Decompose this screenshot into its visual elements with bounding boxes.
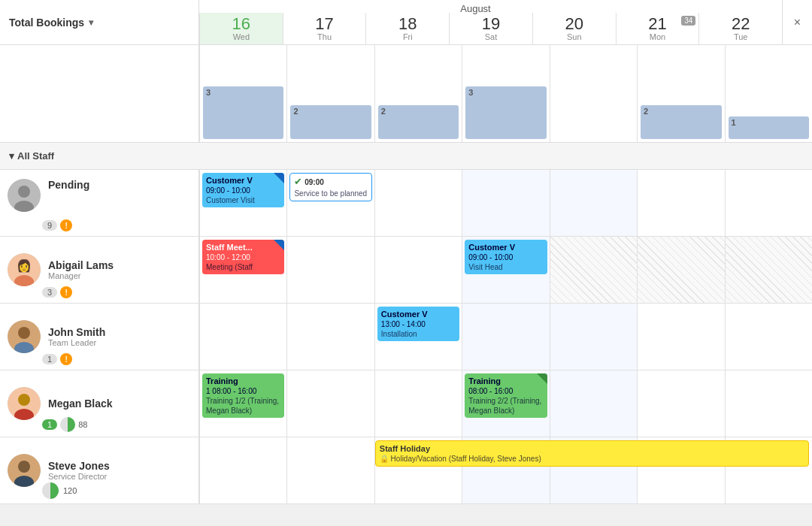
cell-megan-3[interactable]: Training 08:00 - 16:00 Training 2/2 (Tra… bbox=[462, 370, 549, 437]
cell-john-4[interactable] bbox=[550, 304, 637, 370]
cell-steve-1[interactable] bbox=[286, 437, 374, 503]
badge-count: 1 bbox=[42, 354, 57, 364]
event-corner-icon bbox=[537, 373, 547, 384]
cell-pending-2[interactable] bbox=[374, 170, 462, 236]
event-corner-icon bbox=[274, 240, 284, 250]
staff-row-pending: Pending 9 ! Customer V 09:00 - 10:00 Cus… bbox=[0, 170, 812, 237]
cell-john-3[interactable] bbox=[462, 304, 549, 370]
cell-abigail-5[interactable] bbox=[637, 237, 724, 303]
day-header-17[interactable]: 17Thu bbox=[283, 13, 366, 44]
event-abigail-0[interactable]: Staff Meet... 10:00 - 12:00 Meeting (Sta… bbox=[202, 240, 284, 274]
cell-steve-2[interactable]: Staff Holiday 🔒 Holiday/Vacation (Staff … bbox=[374, 437, 462, 503]
collapse-icon[interactable]: ▾ bbox=[9, 150, 14, 162]
calendar-cells: Customer V 09:00 - 10:00 Customer Visit … bbox=[199, 170, 812, 236]
summary-bar[interactable]: 2 bbox=[378, 105, 459, 139]
badge-warn-icon: ! bbox=[60, 286, 72, 298]
cell-abigail-4[interactable] bbox=[550, 237, 637, 303]
event-steve-2[interactable]: Staff Holiday 🔒 Holiday/Vacation (Staff … bbox=[375, 440, 809, 467]
cell-abigail-1[interactable] bbox=[286, 237, 374, 303]
cell-megan-4[interactable] bbox=[550, 370, 637, 437]
badge-count: 9 bbox=[42, 220, 57, 231]
staff-row-john: John Smith Team Leader 1 ! Customer V 13… bbox=[0, 304, 812, 370]
cell-pending-5[interactable] bbox=[637, 170, 724, 236]
cell-john-6[interactable] bbox=[725, 304, 812, 370]
close-button[interactable]: × bbox=[782, 0, 812, 44]
cell-megan-6[interactable] bbox=[725, 370, 812, 437]
cell-pending-1[interactable]: ✔ 09:00 Service to be planned bbox=[286, 170, 374, 236]
staff-row-steve: Steve Jones Service Director 120 Staff H… bbox=[0, 437, 812, 504]
badge-count: 1 bbox=[42, 419, 57, 430]
event-megan-3[interactable]: Training 08:00 - 16:00 Training 2/2 (Tra… bbox=[465, 373, 547, 418]
cell-john-1[interactable] bbox=[286, 304, 374, 370]
svg-point-1 bbox=[18, 186, 30, 198]
day-header-21[interactable]: 21Mon34 bbox=[616, 13, 699, 44]
summary-bar[interactable]: 3 bbox=[203, 86, 283, 139]
day-header-16[interactable]: 16Wed bbox=[199, 13, 283, 44]
cell-pending-3[interactable] bbox=[462, 170, 549, 236]
svg-point-8 bbox=[18, 327, 30, 339]
total-bookings-button[interactable]: Total Bookings ▾ bbox=[9, 14, 93, 32]
staff-details-abigail: Abigail Lams Manager bbox=[48, 259, 191, 280]
staff-row-megan: Megan Black 1 88 Training 1 08:00 - 16:0… bbox=[0, 370, 812, 437]
week-badge: 34 bbox=[681, 16, 695, 26]
staff-row-abigail: 👩 Abigail Lams Manager 3 ! Staff Meet...… bbox=[0, 237, 812, 304]
staff-name-pending: Pending bbox=[48, 179, 191, 191]
badge-half bbox=[42, 482, 59, 499]
svg-point-14 bbox=[18, 461, 30, 473]
cell-megan-0[interactable]: Training 1 08:00 - 16:00 Training 1/2 (T… bbox=[199, 370, 286, 437]
day-header-22[interactable]: 22Tue bbox=[698, 13, 782, 44]
cell-megan-1[interactable] bbox=[286, 370, 374, 437]
event-john-2[interactable]: Customer V 13:00 - 14:00 Installation bbox=[377, 307, 459, 341]
summary-col-0: 3 bbox=[199, 45, 286, 142]
staff-info-john: John Smith Team Leader 1 ! bbox=[0, 304, 199, 370]
event-pending-0[interactable]: Customer V 09:00 - 10:00 Customer Visit bbox=[202, 173, 284, 207]
calendar-cells: Training 1 08:00 - 16:00 Training 1/2 (T… bbox=[199, 370, 812, 437]
summary-bar[interactable]: 2 bbox=[290, 105, 371, 139]
day-header-18[interactable]: 18Fri bbox=[365, 13, 449, 44]
summary-col-2: 2 bbox=[374, 45, 462, 142]
summary-bar[interactable]: 1 bbox=[729, 116, 809, 139]
avatar-steve bbox=[8, 454, 41, 487]
summary-bar[interactable]: 3 bbox=[465, 86, 546, 139]
check-icon: ✔ bbox=[294, 176, 302, 187]
staff-badge-area-john: 1 ! bbox=[42, 353, 72, 365]
avatar-abigail: 👩 bbox=[8, 253, 41, 286]
event-pending-1[interactable]: ✔ 09:00 Service to be planned bbox=[289, 173, 371, 201]
cell-john-0[interactable] bbox=[199, 304, 286, 370]
summary-col-4 bbox=[550, 45, 637, 142]
cell-abigail-3[interactable]: Customer V 09:00 - 10:00 Visit Head bbox=[462, 237, 549, 303]
staff-info-pending: Pending 9 ! bbox=[0, 170, 199, 236]
staff-details-megan: Megan Black bbox=[48, 398, 191, 410]
svg-text:👩: 👩 bbox=[17, 258, 32, 273]
cell-abigail-0[interactable]: Staff Meet... 10:00 - 12:00 Meeting (Sta… bbox=[199, 237, 286, 303]
cell-pending-0[interactable]: Customer V 09:00 - 10:00 Customer Visit bbox=[199, 170, 286, 236]
summary-bar[interactable]: 2 bbox=[641, 105, 721, 139]
event-megan-0[interactable]: Training 1 08:00 - 16:00 Training 1/2 (T… bbox=[202, 373, 284, 418]
cell-john-5[interactable] bbox=[637, 304, 724, 370]
cell-megan-5[interactable] bbox=[637, 370, 724, 437]
total-bookings-label: Total Bookings bbox=[9, 17, 84, 29]
summary-col-6: 1 bbox=[725, 45, 812, 142]
staff-name-steve: Steve Jones bbox=[48, 460, 191, 472]
badge-warn-icon: ! bbox=[60, 353, 72, 365]
calendar-cells: Staff Meet... 10:00 - 12:00 Meeting (Sta… bbox=[199, 237, 812, 303]
cell-pending-6[interactable] bbox=[725, 170, 812, 236]
event-abigail-3[interactable]: Customer V 09:00 - 10:00 Visit Head bbox=[465, 240, 547, 274]
all-staff-label: All Staff bbox=[17, 150, 54, 162]
day-header-19[interactable]: 19Sat bbox=[449, 13, 532, 44]
cell-abigail-2[interactable] bbox=[374, 237, 462, 303]
staff-badge-area-pending: 9 ! bbox=[42, 219, 72, 231]
svg-point-11 bbox=[18, 394, 30, 406]
day-header-20[interactable]: 20Sun bbox=[532, 13, 616, 44]
summary-section: 322321 bbox=[0, 45, 812, 143]
staff-name-abigail: Abigail Lams bbox=[48, 259, 191, 271]
cell-abigail-6[interactable] bbox=[725, 237, 812, 303]
cell-steve-0[interactable] bbox=[199, 437, 286, 503]
cell-pending-4[interactable] bbox=[550, 170, 637, 236]
cell-john-2[interactable]: Customer V 13:00 - 14:00 Installation bbox=[374, 304, 462, 370]
staff-badge-area-megan: 1 88 bbox=[42, 417, 87, 432]
summary-col-3: 3 bbox=[462, 45, 549, 142]
staff-role-john: Team Leader bbox=[48, 338, 191, 347]
all-staff-header: ▾ All Staff bbox=[0, 143, 812, 170]
cell-megan-2[interactable] bbox=[374, 370, 462, 437]
